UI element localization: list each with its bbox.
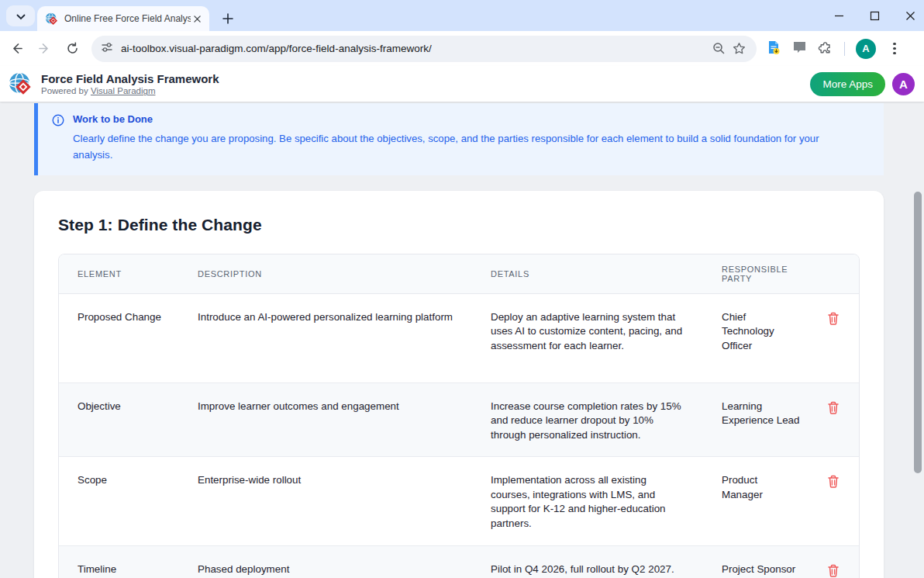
tab-search-button[interactable] — [6, 5, 35, 26]
page-content: Work to be Done Clearly define the chang… — [0, 102, 924, 578]
cell-description[interactable]: Introduce an AI-powered personalized lea… — [179, 293, 472, 382]
app-user-avatar[interactable]: A — [892, 73, 915, 95]
delete-row-button[interactable] — [826, 400, 841, 418]
comment-extension-icon[interactable] — [792, 40, 807, 57]
browser-toolbar: ai-toolbox.visual-paradigm.com/app/force… — [0, 31, 924, 66]
new-tab-button[interactable] — [217, 8, 239, 29]
define-change-table: ELEMENT DESCRIPTION DETAILS RESPONSIBLE … — [58, 254, 860, 578]
cell-element[interactable]: Scope — [59, 457, 179, 546]
cell-responsible[interactable]: Chief Technology Officer — [703, 293, 807, 382]
back-button[interactable] — [5, 37, 28, 61]
table-header-row: ELEMENT DESCRIPTION DETAILS RESPONSIBLE … — [59, 254, 860, 293]
tab-close-icon[interactable] — [191, 12, 203, 25]
banner-title: Work to be Done — [73, 113, 856, 125]
cell-description[interactable]: Improve learner outcomes and engagement — [179, 382, 472, 457]
step1-card: Step 1: Define the Change ELEMENT DESCRI… — [34, 191, 884, 578]
cell-description[interactable]: Phased deployment — [179, 546, 472, 578]
table-row: Proposed Change Introduce an AI-powered … — [59, 293, 860, 382]
visual-paradigm-link[interactable]: Visual Paradigm — [91, 86, 156, 95]
cell-details[interactable]: Pilot in Q4 2026, full rollout by Q2 202… — [472, 546, 703, 578]
bookmark-star-icon[interactable] — [729, 39, 749, 59]
col-actions — [807, 254, 860, 293]
step1-heading: Step 1: Define the Change — [58, 216, 860, 234]
url-text[interactable]: ai-toolbox.visual-paradigm.com/app/force… — [121, 43, 709, 54]
close-icon[interactable] — [904, 9, 916, 22]
maximize-icon[interactable] — [868, 9, 881, 22]
cell-details[interactable]: Increase course completion rates by 15% … — [472, 382, 703, 457]
chevron-down-icon — [16, 9, 26, 23]
zoom-out-icon[interactable] — [709, 39, 729, 59]
window-controls — [833, 0, 916, 31]
browser-profile-avatar[interactable]: A — [856, 39, 876, 59]
browser-titlebar: Online Free Force Field Analysis — [0, 0, 924, 31]
cell-description[interactable]: Enterprise-wide rollout — [179, 457, 472, 546]
toolbar-separator — [844, 42, 845, 56]
browser-menu-icon[interactable] — [887, 40, 902, 58]
app-header: Force Field Analysis Framework Powered b… — [0, 66, 924, 102]
forward-button[interactable] — [33, 37, 56, 61]
cell-details[interactable]: Implementation across all existing cours… — [472, 457, 703, 546]
minimize-icon[interactable] — [833, 9, 845, 22]
vertical-scrollbar-thumb[interactable] — [914, 192, 922, 473]
cell-responsible[interactable]: Product Manager — [703, 457, 807, 546]
browser-tab[interactable]: Online Free Force Field Analysis — [37, 6, 209, 31]
cell-responsible[interactable]: Learning Experience Lead — [703, 382, 807, 457]
cell-element[interactable]: Timeline — [59, 546, 179, 578]
tab-title: Online Free Force Field Analysis — [64, 13, 191, 24]
table-row: Timeline Phased deployment Pilot in Q4 2… — [59, 546, 860, 578]
site-settings-icon[interactable] — [101, 41, 113, 57]
table-row: Scope Enterprise-wide rollout Implementa… — [59, 457, 860, 546]
docs-extension-icon[interactable] — [766, 40, 781, 58]
powered-by: Powered by Visual Paradigm — [41, 86, 219, 95]
col-description: DESCRIPTION — [179, 254, 472, 293]
vp-logo-icon — [8, 71, 33, 97]
reload-button[interactable] — [60, 37, 84, 61]
vp-favicon-icon — [45, 12, 58, 26]
more-apps-button[interactable]: More Apps — [810, 72, 885, 96]
cell-element[interactable]: Objective — [59, 382, 179, 457]
address-bar[interactable]: ai-toolbox.visual-paradigm.com/app/force… — [91, 36, 757, 62]
info-circle-icon — [52, 114, 64, 163]
table-row: Objective Improve learner outcomes and e… — [59, 382, 860, 457]
app-title: Force Field Analysis Framework — [41, 72, 219, 87]
cell-element[interactable]: Proposed Change — [59, 293, 179, 382]
cell-details[interactable]: Deploy an adaptive learning system that … — [472, 293, 703, 382]
banner-body: Clearly define the change you are propos… — [73, 130, 856, 163]
table-body: Proposed Change Introduce an AI-powered … — [59, 293, 860, 578]
puzzle-extensions-icon[interactable] — [818, 40, 833, 58]
delete-row-button[interactable] — [826, 310, 841, 329]
info-banner: Work to be Done Clearly define the chang… — [34, 103, 884, 175]
col-details: DETAILS — [472, 254, 703, 293]
delete-row-button[interactable] — [826, 473, 841, 492]
delete-row-button[interactable] — [826, 562, 841, 578]
cell-responsible[interactable]: Project Sponsor — [703, 546, 807, 578]
col-element: ELEMENT — [59, 254, 179, 293]
extensions-area: A — [766, 39, 902, 59]
col-responsible-party: RESPONSIBLE PARTY — [703, 254, 807, 293]
